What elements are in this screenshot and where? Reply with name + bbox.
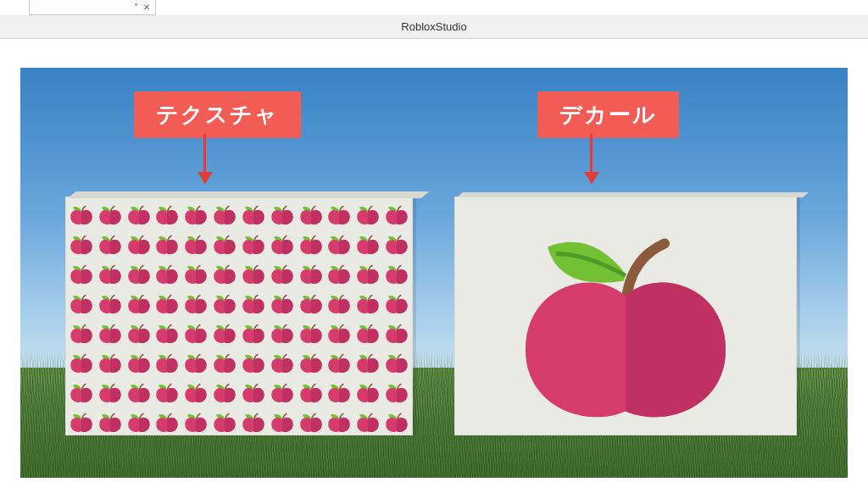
texture-tile [181, 319, 210, 348]
texture-tile [181, 259, 210, 289]
texture-tile [325, 200, 353, 230]
texture-tile [239, 407, 268, 435]
texture-tile [210, 319, 239, 348]
texture-tile [210, 348, 239, 378]
texture-tile [153, 289, 181, 319]
texture-block [65, 197, 413, 435]
tab-close-icon[interactable]: ✕ [143, 3, 150, 12]
texture-tile [268, 319, 297, 348]
texture-tile [125, 319, 153, 348]
texture-tile [325, 289, 353, 319]
texture-tile [125, 407, 153, 435]
texture-tile [297, 407, 326, 435]
texture-tile [297, 319, 326, 348]
texture-tile [325, 407, 353, 435]
apple-decal [498, 214, 753, 435]
texture-tile [181, 407, 210, 435]
texture-tile [325, 348, 353, 378]
texture-tile [67, 230, 96, 259]
texture-tile [353, 407, 382, 435]
texture-tile [353, 200, 382, 230]
viewport[interactable]: テクスチャ デカール [20, 68, 848, 478]
texture-tile [382, 319, 411, 348]
texture-tile [153, 259, 181, 289]
texture-tile [268, 378, 297, 407]
texture-tile [239, 319, 268, 348]
texture-tile [353, 319, 382, 348]
arrow-decal [590, 134, 593, 183]
texture-tile [96, 200, 125, 230]
texture-tile [125, 289, 153, 319]
texture-tile [96, 407, 125, 435]
texture-tile [239, 348, 268, 378]
texture-tile [181, 289, 210, 319]
title-bar: RobloxStudio [0, 15, 868, 39]
texture-tile [67, 289, 96, 319]
texture-tile [153, 378, 181, 407]
texture-tile [125, 230, 153, 259]
label-decal: デカール [537, 91, 679, 138]
texture-tile [153, 348, 181, 378]
texture-tile [325, 378, 353, 407]
texture-tile [210, 230, 239, 259]
texture-tile [153, 200, 181, 230]
toolbar-strip [0, 39, 868, 68]
texture-tile [382, 348, 411, 378]
texture-tile [382, 289, 411, 319]
texture-tile [96, 348, 125, 378]
texture-tile [210, 407, 239, 435]
texture-tile [67, 200, 96, 230]
texture-tile [325, 230, 353, 259]
texture-tile [239, 230, 268, 259]
label-decal-text: デカール [559, 102, 657, 127]
texture-tile [239, 200, 268, 230]
texture-tile [181, 200, 210, 230]
tab-dropdown-icon[interactable]: ˅ [134, 3, 138, 12]
texture-tile [297, 200, 326, 230]
texture-tile [382, 407, 411, 435]
texture-tile [67, 378, 96, 407]
texture-tile [210, 378, 239, 407]
texture-tile [153, 319, 181, 348]
texture-tile [239, 378, 268, 407]
texture-tile [382, 200, 411, 230]
texture-tile [353, 289, 382, 319]
texture-tile [181, 348, 210, 378]
decal-block [454, 197, 797, 435]
texture-tile [297, 230, 326, 259]
texture-tile [325, 259, 353, 289]
texture-tile [268, 200, 297, 230]
texture-tile [96, 289, 125, 319]
texture-tile [125, 200, 153, 230]
texture-tile [325, 319, 353, 348]
texture-tile [297, 259, 326, 289]
texture-tile [268, 348, 297, 378]
texture-tile [153, 230, 181, 259]
texture-tile [67, 348, 96, 378]
window-title: RobloxStudio [401, 20, 466, 33]
texture-tile [382, 230, 411, 259]
texture-tile [96, 319, 125, 348]
texture-tile [96, 259, 125, 289]
texture-tile [382, 259, 411, 289]
texture-tile [67, 407, 96, 435]
texture-tile [353, 259, 382, 289]
texture-tile [353, 348, 382, 378]
tab-stub: ˅ ✕ [29, 0, 156, 15]
texture-tile [297, 378, 326, 407]
texture-tile [210, 200, 239, 230]
arrow-texture [203, 134, 206, 183]
texture-tile [239, 259, 268, 289]
texture-tile [210, 259, 239, 289]
texture-tile [297, 348, 326, 378]
texture-tile [210, 289, 239, 319]
texture-tile [268, 289, 297, 319]
texture-tile [353, 230, 382, 259]
texture-tile [382, 378, 411, 407]
texture-tile [353, 378, 382, 407]
texture-pattern [65, 197, 413, 435]
texture-tile [125, 348, 153, 378]
texture-tile [96, 378, 125, 407]
texture-tile [297, 289, 326, 319]
texture-tile [268, 407, 297, 435]
